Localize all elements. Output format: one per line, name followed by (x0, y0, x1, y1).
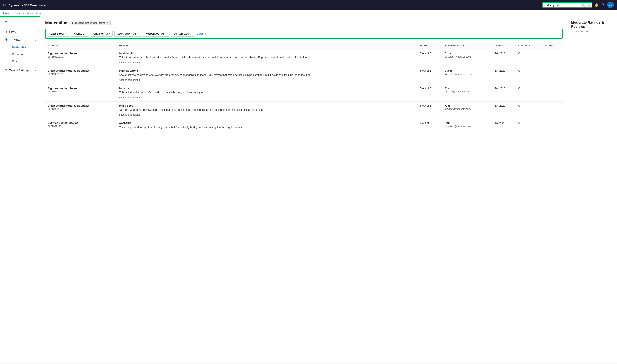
review-body-2: This jacket is the bomb. Yep, I said it.… (119, 91, 415, 94)
table-row[interactable]: Eighties Leather Jacket 68719492901 tota… (45, 49, 563, 67)
sidebar-reviews-label: Reviews (11, 38, 21, 41)
product-id-2: 68719492901 (48, 90, 114, 93)
grid-icon[interactable]: ⊞ (3, 3, 6, 7)
filter-channel-button[interactable]: Channel: All ▾ (91, 31, 112, 37)
filter-year-button[interactable]: Last 1 Year ▾ (48, 31, 69, 37)
cell-concerns-0: 0 (516, 49, 543, 67)
help-icon[interactable]: ? (602, 3, 604, 7)
product-id-4: 68719492901 (48, 125, 114, 128)
cell-concerns-1: 0 (516, 66, 543, 84)
sidebar-item-moderation[interactable]: Moderation (9, 44, 40, 51)
reviewer-name-3: Kim (445, 104, 490, 107)
clear-all-button[interactable]: Clear All (197, 32, 206, 35)
sidebar-item-reporting[interactable]: Reporting (9, 51, 40, 58)
reviewer-email-4: pam.test@fabrikam.com (445, 125, 490, 128)
product-id-1: 68719492907 (48, 73, 114, 76)
reviewer-email-3: kim.test@fabrikam.com (445, 108, 490, 111)
cell-reviewer-1: Lucile lucile.test@fabrikam.com (442, 66, 492, 84)
sidebar-sites-label: Sites (9, 30, 16, 34)
filter-year-label: Last 1 Year (51, 32, 64, 35)
cell-rating-2: 5 out of 5 (417, 84, 442, 102)
cell-date-2: 1/4/2020 (492, 84, 516, 102)
table-row[interactable]: Eighties Leather Jacket 68719492901 wash… (45, 119, 563, 132)
col-reviewer: Reviewer Name (442, 42, 492, 49)
cell-date-4: 1/3/2020 (492, 119, 516, 132)
review-body-3: Not sure what other reviewers are talkin… (119, 108, 415, 112)
responded-chevron-icon: ▾ (165, 32, 167, 35)
sidebar-item-delete[interactable]: Delete (9, 58, 40, 65)
cell-review-1: can't go wrong how's that saying go? no … (117, 66, 417, 84)
filter-concerns-button[interactable]: Concerns: All ▾ (171, 31, 194, 37)
sidebar-divider-2 (0, 65, 40, 66)
cell-status-1 (543, 66, 563, 84)
reviews-table: Product Review Rating Reviewer Name Date… (45, 42, 563, 132)
review-title-2: for sure (119, 87, 415, 90)
sidebar-item-tenant[interactable]: ⚙ Tenant Settings ∨ (0, 66, 40, 74)
cell-status-4 (543, 119, 563, 132)
review-title-0: total bargin (119, 52, 415, 55)
reviewer-name-1: Lucile (445, 69, 490, 72)
reviewer-name-0: Cora (445, 52, 490, 55)
filter-rating-label: Rating: 5 (73, 32, 84, 35)
sidebar-toggle[interactable]: ☰ (0, 18, 40, 26)
date-sort-icon: ↓ (502, 45, 503, 47)
reviews-chevron-icon: ∧ (35, 39, 37, 41)
global-search-box: 🔍 ▾ (542, 2, 592, 8)
top-nav-bar: ⊞ Dynamics 365 Commerce 🔍 ▾ 🔔 ? MG (0, 0, 617, 10)
cell-reviewer-2: Em em.test@fabrikam.com (442, 84, 492, 102)
sidebar-item-reviews[interactable]: 👤 Reviews ∧ (0, 36, 40, 44)
notification-icon[interactable]: 🔔 (595, 3, 599, 7)
reviewer-email-2: em.test@fabrikam.com (445, 90, 490, 93)
review-title-3: really good (119, 104, 415, 107)
review-body-1: how's that saying go? no one ever got fi… (119, 73, 415, 77)
col-date[interactable]: Date ↓ (492, 42, 516, 49)
review-title-4: washable (119, 121, 415, 125)
helpful-text-0: 3 found this helpful (119, 61, 415, 64)
cell-status-2 (543, 84, 563, 102)
global-search-input[interactable] (543, 3, 580, 7)
rating-chevron-icon: ▾ (85, 32, 86, 35)
review-body-0: This store always has the best prices on… (119, 56, 415, 60)
avatar[interactable]: MG (607, 2, 614, 8)
filter-tag-text: productName:leather jacket (72, 21, 105, 25)
right-panel-title: Moderate Ratings & Reviews (571, 21, 614, 29)
search-dropdown-button[interactable]: ▾ (587, 3, 592, 7)
filter-channel-label: Channel: All (93, 32, 108, 35)
sidebar-item-sites[interactable]: ⊕ Sites (0, 28, 40, 36)
cell-reviewer-4: Pam pam.test@fabrikam.com (442, 119, 492, 132)
right-panel: Moderate Ratings & Reviews Total Items: … (568, 16, 617, 363)
cell-product-4: Eighties Leather Jacket 68719492901 (45, 119, 117, 132)
col-product: Product (45, 42, 117, 49)
filter-takendown-button[interactable]: Taken down : All ▾ (114, 31, 141, 37)
search-button[interactable]: 🔍 (580, 3, 587, 7)
reviewer-email-0: cora.test@fabrikam.com (445, 55, 490, 58)
cell-status-3 (543, 102, 563, 119)
product-name-2: Eighties Leather Jacket (48, 87, 114, 90)
cell-product-0: Eighties Leather Jacket 68719492901 (45, 49, 117, 67)
reviewer-name-2: Em (445, 87, 490, 90)
sidebar: ☰ ⊕ Sites 👤 Reviews ∧ Moderation Reporti… (0, 16, 40, 363)
breadcrumb-reviews[interactable]: Reviews (14, 12, 24, 14)
product-id-0: 68719492901 (48, 55, 114, 58)
top-icons: 🔔 ? MG (595, 2, 614, 8)
hamburger-icon: ☰ (4, 21, 7, 24)
channel-chevron-icon: ▾ (109, 32, 110, 35)
filter-responded-button[interactable]: Responded : All ▾ (143, 31, 169, 37)
filter-concerns-label: Concerns: All (174, 32, 189, 35)
table-row[interactable]: Black Leather Motorcycle Jacket 68719492… (45, 66, 563, 84)
breadcrumb-home[interactable]: Home (3, 12, 11, 14)
cell-rating-0: 5 out of 5 (417, 49, 442, 67)
cell-date-1: 1/4/2020 (492, 66, 516, 84)
filter-rating-button[interactable]: Rating: 5 ▾ (71, 31, 89, 37)
cell-review-0: total bargin This store always has the b… (117, 49, 417, 67)
review-title-1: can't go wrong (119, 69, 415, 72)
filter-tag-close-icon[interactable]: ✕ (106, 21, 108, 25)
table-row[interactable]: Eighties Leather Jacket 68719492901 for … (45, 84, 563, 102)
cell-status-0 (543, 49, 563, 67)
cell-product-2: Eighties Leather Jacket 68719492901 (45, 84, 117, 102)
col-review: Review (117, 42, 417, 49)
year-chevron-icon: ▾ (65, 32, 67, 35)
breadcrumb: Home › Reviews › Moderation (0, 10, 617, 16)
cell-product-3: Black Leather Motorcycle Jacket 68719492… (45, 102, 117, 119)
table-row[interactable]: Black Leather Motorcycle Jacket 68719492… (45, 102, 563, 119)
